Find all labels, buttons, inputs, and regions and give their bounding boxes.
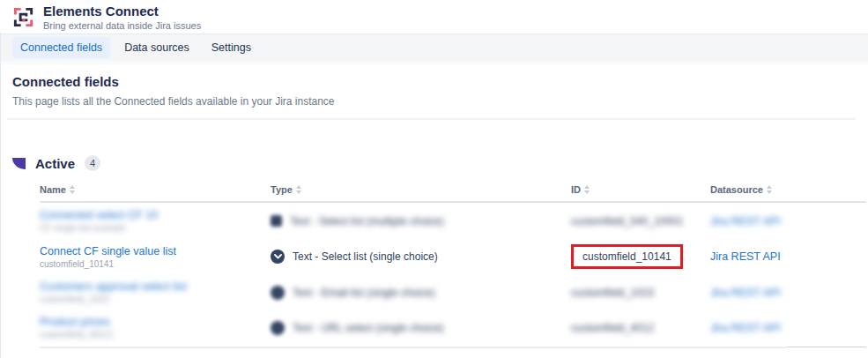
app-header-text: Elements Connect Bring external data ins… (43, 4, 201, 30)
column-header-id[interactable]: ID (571, 184, 710, 195)
datasource-cell: Jira REST API (710, 322, 866, 334)
name-cell: Product prices customfield_40121 (40, 316, 271, 339)
active-section-header: Active 4 (12, 155, 868, 171)
type-cell: Text - Select list (multiple choice) (271, 215, 571, 227)
active-section-icon (12, 158, 26, 169)
field-id-value: customfield_10141 (582, 250, 671, 263)
datasource-cell: Jira REST API (710, 287, 866, 299)
table-row: Customers approval select list customfie… (40, 274, 866, 310)
field-type-icon (271, 215, 282, 227)
active-count-badge: 4 (85, 155, 100, 171)
highlight-box: customfield_10141 (571, 244, 683, 269)
app-subtitle: Bring external data inside Jira issues (43, 20, 201, 31)
connected-field-name-link[interactable]: Connected select CF 10 (40, 209, 271, 221)
sort-icon (70, 185, 75, 194)
column-header-name-label: Name (40, 184, 66, 195)
elements-connect-logo-icon (11, 5, 35, 29)
page-left-border (0, 33, 1, 358)
id-cell: customfield_4012 (571, 322, 710, 334)
field-type-label: Text - Select list (single choice) (293, 250, 438, 263)
type-cell: Text - Select list (single choice) (271, 250, 571, 264)
column-header-datasource[interactable]: Datasource (710, 184, 866, 195)
datasource-link[interactable]: Jira REST API (710, 215, 781, 227)
connected-field-id-subtext: customfield_1023 (40, 295, 271, 304)
elements-connect-page: Elements Connect Bring external data ins… (0, 0, 868, 358)
datasource-link[interactable]: Jira REST API (710, 322, 781, 334)
table-row: Connected select CF 10 CF single list ex… (40, 203, 866, 238)
type-cell: Text - URL select (single choice) (271, 321, 571, 335)
app-header: Elements Connect Bring external data ins… (0, 0, 868, 34)
datasource-cell: Jira REST API (710, 215, 866, 227)
field-id-value: customfield_540_10001 (571, 215, 683, 227)
connected-field-name-link[interactable]: Customers approval select list (40, 280, 271, 293)
page-heading-divider (7, 118, 856, 120)
page-title: Connected fields (12, 74, 856, 89)
datasource-link[interactable]: Jira REST API (710, 250, 781, 263)
sort-icon (584, 185, 590, 194)
field-type-icon (271, 286, 285, 300)
column-header-name[interactable]: Name (40, 184, 271, 195)
column-header-type-label: Type (271, 184, 293, 195)
id-cell: customfield_10141 (571, 244, 710, 269)
connected-fields-table: Name Type ID Datasource (40, 184, 866, 348)
chevron-down-circle-icon (271, 250, 285, 264)
connected-field-id-subtext: customfield_10141 (40, 259, 271, 269)
field-type-label: Text - URL select (single choice) (293, 322, 444, 334)
table-bottom-border (40, 347, 866, 348)
field-id-value: customfield_4012 (571, 322, 654, 334)
field-type-label: Text - Email list (single choice) (293, 287, 434, 299)
tab-connected-fields[interactable]: Connected fields (12, 37, 110, 58)
sort-icon (767, 185, 772, 194)
page-heading-section: Connected fields This page lists all the… (0, 64, 868, 120)
table-row: Product prices customfield_40121 Text - … (40, 310, 866, 345)
id-cell: customfield_1023 (571, 287, 710, 299)
datasource-link[interactable]: Jira REST API (710, 287, 781, 299)
active-section-title: Active (35, 156, 75, 171)
field-type-label: Text - Select list (multiple choice) (290, 215, 444, 227)
name-cell: Customers approval select list customfie… (40, 280, 271, 304)
type-cell: Text - Email list (single choice) (271, 286, 571, 300)
connected-field-name-link[interactable]: Product prices (40, 316, 271, 328)
name-cell: Connect CF single value list customfield… (40, 245, 271, 269)
tab-settings[interactable]: Settings (204, 37, 259, 58)
connected-field-id-subtext: CF single list example (40, 223, 271, 233)
table-row: Connect CF single value list customfield… (40, 238, 866, 274)
field-type-icon (271, 321, 285, 335)
sort-icon (296, 185, 301, 194)
table-header-row: Name Type ID Datasource (40, 184, 866, 203)
active-fields-section: Active 4 Name Type ID Datasource (0, 155, 868, 348)
page-description: This page lists all the Connected fields… (12, 95, 856, 108)
connected-field-id-subtext: customfield_40121 (40, 330, 271, 339)
tab-data-sources[interactable]: Data sources (116, 37, 197, 58)
field-id-value: customfield_1023 (571, 287, 654, 299)
connected-field-name-link[interactable]: Connect CF single value list (40, 245, 271, 257)
column-header-type[interactable]: Type (271, 184, 571, 195)
column-header-id-label: ID (571, 184, 581, 195)
column-header-datasource-label: Datasource (710, 184, 763, 195)
app-title: Elements Connect (43, 4, 201, 19)
name-cell: Connected select CF 10 CF single list ex… (40, 209, 271, 233)
id-cell: customfield_540_10001 (571, 215, 710, 227)
datasource-cell: Jira REST API (710, 250, 866, 263)
tab-bar: Connected fields Data sources Settings (0, 34, 868, 61)
